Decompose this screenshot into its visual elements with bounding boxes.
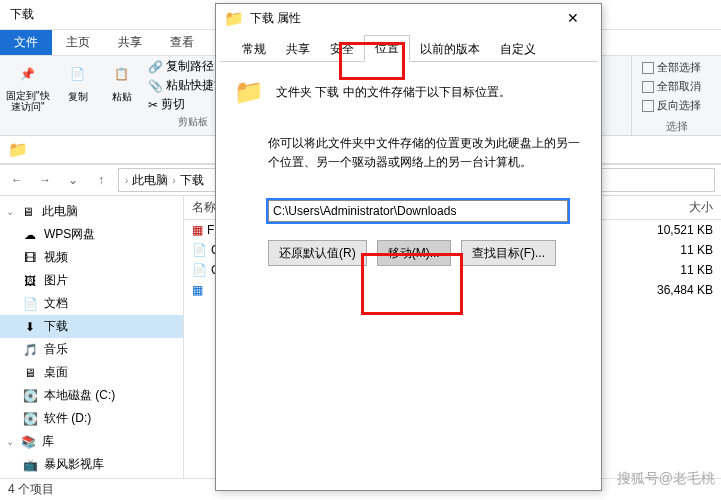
select-none-button[interactable]: 全部取消 [642,79,711,94]
library-icon: 📚 [20,434,36,450]
nav-music[interactable]: 🎵音乐 [0,338,183,361]
ribbon-tab-file[interactable]: 文件 [0,30,52,55]
tab-security[interactable]: 安全 [320,37,364,62]
nav-local-c[interactable]: 💽本地磁盘 (C:) [0,384,183,407]
paste-label: 粘贴 [112,90,132,104]
col-size[interactable]: 大小 [681,199,721,216]
crumb-this-pc[interactable]: 此电脑 [132,172,168,189]
ribbon-tab-home[interactable]: 主页 [52,30,104,55]
nav-wps[interactable]: ☁WPS网盘 [0,223,183,246]
nav-this-pc[interactable]: ⌄🖥此电脑 [0,200,183,223]
chevron-down-icon: ⌄ [6,206,14,217]
find-target-button[interactable]: 查找目标(F)... [461,240,556,266]
download-icon: ⬇ [22,319,38,335]
document-icon: 📄 [22,296,38,312]
pin-icon: 📌 [12,58,44,90]
music-icon: 🎵 [22,342,38,358]
tab-general[interactable]: 常规 [232,37,276,62]
nav-stormvid[interactable]: 📺暴风影视库 [0,453,183,476]
folder-icon: 📁 [234,78,264,106]
nav-camera[interactable]: 📷本机照片 [0,476,183,478]
invert-icon [642,100,654,112]
select-all-button[interactable]: 全部选择 [642,60,711,75]
folder-icon: 📁 [224,9,244,28]
picture-icon: 🖼 [22,273,38,289]
watermark: 搜狐号@老毛桃 [617,470,715,488]
tab-customize[interactable]: 自定义 [490,37,546,62]
move-button[interactable]: 移动(M)... [377,240,451,266]
chevron-icon: › [172,175,175,186]
location-msg2: 你可以将此文件夹中文件存储的位置更改为此硬盘上的另一个位置、另一个驱动器或网络上… [268,134,583,172]
drive-icon: 💽 [22,388,38,404]
tab-previous[interactable]: 以前的版本 [410,37,490,62]
nav-soft-d[interactable]: 💽软件 (D:) [0,407,183,430]
select-none-icon [642,81,654,93]
invert-selection-button[interactable]: 反向选择 [642,98,711,113]
restore-default-button[interactable]: 还原默认值(R) [268,240,367,266]
copy-label: 复制 [68,90,88,104]
close-button[interactable]: ✕ [553,10,593,26]
ribbon-tab-view[interactable]: 查看 [156,30,208,55]
copy-path-label: 复制路径 [166,58,214,75]
pc-icon: 🖥 [20,204,36,220]
file-icon: ▦ [192,283,203,297]
nav-desktop[interactable]: 🖥桌面 [0,361,183,384]
paste-button[interactable]: 📋 粘贴 [100,56,144,135]
nav-downloads[interactable]: ⬇下载 [0,315,183,338]
tab-sharing[interactable]: 共享 [276,37,320,62]
location-msg1: 文件夹 下载 中的文件存储于以下目标位置。 [276,84,511,101]
select-group-label: 选择 [642,119,711,134]
nav-back-button[interactable]: ← [6,169,28,191]
file-icon: 📄 [192,243,207,257]
dialog-body: 📁 文件夹 下载 中的文件存储于以下目标位置。 你可以将此文件夹中文件存储的位置… [216,62,601,282]
nav-pane: ⌄🖥此电脑 ☁WPS网盘 🎞视频 🖼图片 📄文档 ⬇下载 🎵音乐 🖥桌面 💽本地… [0,196,184,478]
chevron-icon: › [125,175,128,186]
dialog-title: 下载 属性 [250,10,301,27]
nav-pictures[interactable]: 🖼图片 [0,269,183,292]
cut-label: 剪切 [161,96,185,113]
video-icon: 🎞 [22,250,38,266]
shortcut-icon: 📎 [148,79,163,93]
nav-up-button[interactable]: ↑ [90,169,112,191]
ribbon-select-group: 全部选择 全部取消 反向选择 选择 [631,56,721,135]
pin-label: 固定到"快 速访问" [6,90,50,112]
pin-to-quick-access-button[interactable]: 📌 固定到"快 速访问" [0,56,56,135]
nav-forward-button[interactable]: → [34,169,56,191]
video-icon: 📺 [22,457,38,473]
dialog-tab-row: 常规 共享 安全 位置 以前的版本 自定义 [220,36,597,62]
properties-dialog: 📁 下载 属性 ✕ 常规 共享 安全 位置 以前的版本 自定义 📁 文件夹 下载… [215,3,602,491]
crumb-downloads[interactable]: 下载 [180,172,204,189]
folder-icon: 📁 [8,140,28,159]
tab-location[interactable]: 位置 [364,35,410,62]
file-icon: ▦ [192,223,203,237]
copy-icon: 📄 [62,58,94,90]
select-all-icon [642,62,654,74]
copy-button[interactable]: 📄 复制 [56,56,100,135]
path-icon: 🔗 [148,60,163,74]
nav-videos[interactable]: 🎞视频 [0,246,183,269]
file-icon: 📄 [192,263,207,277]
nav-recent-button[interactable]: ⌄ [62,169,84,191]
paste-icon: 📋 [106,58,138,90]
nav-documents[interactable]: 📄文档 [0,292,183,315]
nav-libraries[interactable]: ⌄📚库 [0,430,183,453]
chevron-down-icon: ⌄ [6,436,14,447]
cut-icon: ✂ [148,98,158,112]
ribbon-tab-share[interactable]: 共享 [104,30,156,55]
cloud-icon: ☁ [22,227,38,243]
desktop-icon: 🖥 [22,365,38,381]
dialog-title-bar: 📁 下载 属性 ✕ [216,4,601,32]
location-path-input[interactable] [268,200,568,222]
drive-icon: 💽 [22,411,38,427]
